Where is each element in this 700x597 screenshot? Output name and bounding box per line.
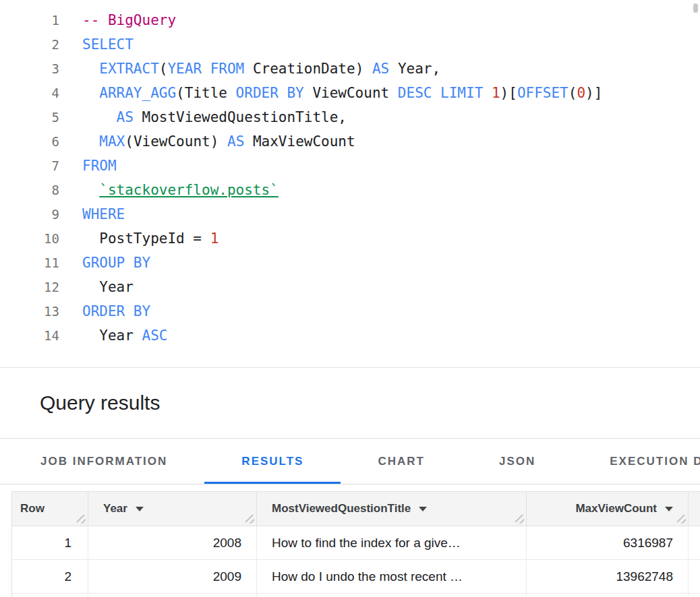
token-plain: Year [82, 327, 142, 344]
code-line[interactable]: 10 PostTypeId = 1 [0, 226, 700, 251]
sort-dropdown-icon[interactable] [136, 507, 144, 511]
token-plain: ( [176, 85, 185, 101]
code-text: `stackoverflow.posts` [82, 178, 279, 202]
code-line[interactable]: 5 AS MostViewedQuestionTitle, [0, 105, 700, 129]
cell-row[interactable]: 1 [12, 526, 88, 559]
token-plain: Title [185, 85, 236, 101]
sort-dropdown-icon[interactable] [419, 507, 427, 511]
column-resize-handle-icon[interactable] [245, 515, 254, 524]
sql-code: 1-- BigQuery2SELECT3 EXTRACT(YEAR FROM C… [0, 8, 700, 348]
column-header-max[interactable]: MaxViewCount [527, 492, 689, 526]
code-line[interactable]: 14 Year ASC [0, 323, 700, 348]
code-text: -- BigQuery [82, 8, 176, 32]
code-text: Year [82, 275, 134, 299]
editor-scrollbar-thumb[interactable] [693, 3, 698, 13]
column-header-row[interactable]: Row [12, 492, 88, 526]
token-kw: MAX [99, 133, 125, 150]
column-resize-handle-icon[interactable] [77, 515, 86, 524]
table-header-row: RowYearMostViewedQuestionTitleMaxViewCou… [12, 491, 700, 526]
tab-chart[interactable]: CHART [341, 439, 462, 484]
column-header-title[interactable]: MostViewedQuestionTitle [257, 492, 527, 526]
cell-row [12, 594, 88, 597]
cell-max[interactable]: 6316987 [527, 526, 689, 559]
table-body: 12008How to find the index for a give…63… [12, 526, 700, 597]
code-text: PostTypeId = 1 [82, 226, 218, 251]
cell-max [527, 594, 689, 597]
table-row-partial [12, 594, 700, 597]
token-plain [82, 85, 99, 101]
line-number: 11 [0, 251, 59, 275]
code-line[interactable]: 13ORDER BY [0, 299, 700, 323]
token-plain [82, 133, 99, 150]
column-header-year[interactable]: Year [88, 492, 257, 526]
cell-text: 1 [64, 536, 71, 551]
code-line[interactable]: 12 Year [0, 275, 700, 299]
code-text: WHERE [82, 202, 125, 226]
token-plain: ViewCount [304, 85, 398, 101]
cell-title[interactable]: How to find the index for a give… [257, 526, 527, 559]
code-line[interactable]: 2SELECT [0, 32, 700, 57]
token-kw: ARRAY_AGG [99, 85, 176, 101]
tab-execution-details[interactable]: EXECUTION DETAILS [573, 439, 700, 484]
cell-text: How to find the index for a give… [272, 536, 461, 551]
cell-year[interactable]: 2008 [88, 526, 257, 559]
token-plain: PostTypeId = [82, 230, 210, 247]
cell-text: 2 [64, 569, 71, 584]
code-line[interactable]: 6 MAX(ViewCount) AS MaxViewCount [0, 129, 700, 154]
code-line[interactable]: 4 ARRAY_AGG(Title ORDER BY ViewCount DES… [0, 81, 700, 105]
tab-json[interactable]: JSON [462, 439, 573, 484]
cell-text: 13962748 [616, 569, 673, 584]
line-number: 1 [0, 8, 59, 32]
token-kw: SELECT [82, 36, 134, 53]
code-text: ARRAY_AGG(Title ORDER BY ViewCount DESC … [82, 81, 602, 105]
token-com: -- BigQuery [82, 12, 176, 28]
results-table: RowYearMostViewedQuestionTitleMaxViewCou… [11, 491, 700, 597]
cell-title [257, 594, 527, 597]
line-number: 6 [0, 129, 59, 154]
code-line[interactable]: 1-- BigQuery [0, 8, 700, 32]
token-plain: ViewCount [134, 133, 210, 150]
cell-title[interactable]: How do I undo the most recent … [257, 560, 527, 593]
token-plain: )] [585, 85, 602, 101]
line-number: 3 [0, 57, 59, 81]
code-line[interactable]: 9WHERE [0, 202, 700, 226]
code-line[interactable]: 3 EXTRACT(YEAR FROM CreationDate) AS Yea… [0, 57, 700, 81]
cell-year[interactable]: 2009 [88, 560, 257, 593]
column-header-overflow [689, 492, 700, 526]
token-plain: Year, [389, 61, 440, 77]
column-resize-handle-icon[interactable] [515, 515, 524, 524]
query-results-title: Query results [40, 391, 160, 414]
token-num: 1 [492, 85, 500, 101]
code-text: EXTRACT(YEAR FROM CreationDate) AS Year, [82, 57, 440, 81]
cell-text: 2009 [213, 569, 241, 584]
token-kw: WHERE [82, 206, 125, 222]
token-kw: YEAR FROM [167, 61, 244, 77]
cell-text: 6316987 [623, 536, 673, 551]
code-line[interactable]: 7FROM [0, 154, 700, 178]
sort-dropdown-icon[interactable] [665, 507, 673, 511]
code-line[interactable]: 11GROUP BY [0, 251, 700, 275]
token-kw: ORDER BY [236, 85, 304, 101]
cell-overflow [689, 526, 700, 559]
column-resize-handle-icon[interactable] [677, 515, 686, 524]
code-line[interactable]: 8 `stackoverflow.posts` [0, 178, 700, 202]
line-number: 14 [0, 323, 59, 348]
column-label: Row [20, 502, 45, 515]
token-kw: AS [117, 109, 134, 125]
cell-row[interactable]: 2 [12, 560, 88, 593]
cell-overflow [689, 594, 700, 597]
token-kw: OFFSET [517, 85, 568, 101]
token-kw: ORDER BY [82, 303, 150, 319]
token-plain: MostViewedQuestionTitle, [134, 109, 347, 125]
line-number: 12 [0, 275, 59, 299]
cell-max[interactable]: 13962748 [527, 560, 689, 593]
token-kw: FROM [82, 158, 117, 174]
tab-job-information[interactable]: JOB INFORMATION [3, 439, 204, 484]
tab-results[interactable]: RESULTS [204, 439, 341, 484]
token-plain: ( [568, 85, 577, 101]
cell-text: How do I undo the most recent … [272, 569, 463, 584]
sql-editor[interactable]: 1-- BigQuery2SELECT3 EXTRACT(YEAR FROM C… [0, 0, 700, 368]
table-row: 12008How to find the index for a give…63… [12, 526, 700, 560]
code-text: Year ASC [82, 323, 167, 348]
line-number: 2 [0, 32, 59, 57]
